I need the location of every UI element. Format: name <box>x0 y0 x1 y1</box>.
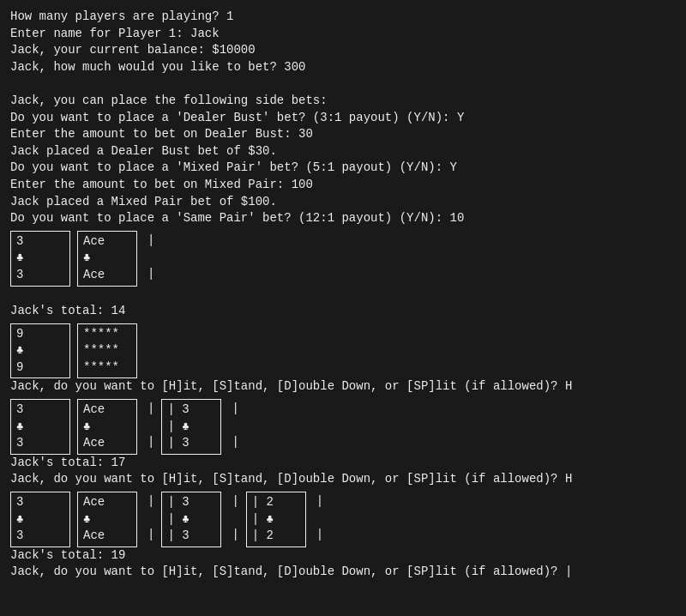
card-ace-s3: Ace ♣ Ace <box>77 399 137 455</box>
total-1 <box>10 287 676 304</box>
card-3-s3: 3 ♣ 3 <box>10 399 70 455</box>
card-section-4: 3 ♣ 3 Ace ♣ Ace | | | 3 | ♣ | 3 | | | 2 … <box>10 492 676 547</box>
card-pipe-s4-3: | | <box>313 492 327 546</box>
total-1-text: Jack's total: 14 <box>10 303 676 320</box>
terminal: How many players are playing? 1 Enter na… <box>10 9 676 581</box>
card-3-s3b: | 3 | ♣ | 3 <box>161 399 221 455</box>
card-ace-first: Ace ♣ Ace <box>77 231 137 287</box>
card-3-s4b: | 3 | ♣ | 3 <box>161 492 221 547</box>
total-3: Jack's total: 17 <box>10 455 676 472</box>
card-pipe-s3-1: | | <box>144 399 158 453</box>
line-blank-1 <box>10 75 676 93</box>
line-10: Enter the amount to bet on Mixed Pair: 1… <box>10 177 676 194</box>
line-5: Jack, you can place the following side b… <box>10 93 676 110</box>
card-hidden: ***** ***** ***** <box>77 323 137 379</box>
card-section-3: 3 ♣ 3 Ace ♣ Ace | | | 3 | ♣ | 3 | | <box>10 399 676 455</box>
line-7: Enter the amount to bet on Dealer Bust: … <box>10 126 676 143</box>
line-1: How many players are playing? 1 <box>10 9 676 26</box>
card-ace-s4: Ace ♣ Ace <box>77 492 137 547</box>
line-9: Do you want to place a 'Mixed Pair' bet?… <box>10 160 676 177</box>
card-3-first: 3 ♣ 3 <box>10 231 70 287</box>
prompt-3: Jack, do you want to [H]it, [S]tand, [D]… <box>10 564 676 581</box>
line-12: Do you want to place a 'Same Pair' bet? … <box>10 210 676 227</box>
prompt-2: Jack, do you want to [H]it, [S]tand, [D]… <box>10 471 676 488</box>
total-4: Jack's total: 19 <box>10 547 676 565</box>
card-2-s4: | 2 | ♣ | 2 <box>246 492 306 547</box>
card-pipe-s4-2: | | <box>228 492 242 546</box>
line-2: Enter name for Player 1: Jack <box>10 26 676 43</box>
card-section-1: 3 ♣ 3 Ace ♣ Ace | | <box>10 231 676 287</box>
card-9: 9 ♣ 9 <box>10 323 70 379</box>
line-6: Do you want to place a 'Dealer Bust' bet… <box>10 110 676 127</box>
card-pipe-1: | | <box>144 231 158 285</box>
card-section-2: 9 ♣ 9 ***** ***** ***** <box>10 323 676 379</box>
card-3-s4: 3 ♣ 3 <box>10 492 70 547</box>
card-pipe-s3-2: | | <box>228 399 242 453</box>
line-8: Jack placed a Dealer Bust bet of $30. <box>10 143 676 160</box>
line-3: Jack, your current balance: $10000 <box>10 42 676 59</box>
card-pipe-s4-1: | | <box>144 492 158 546</box>
prompt-1: Jack, do you want to [H]it, [S]tand, [D]… <box>10 378 676 396</box>
line-11: Jack placed a Mixed Pair bet of $100. <box>10 194 676 211</box>
line-4: Jack, how much would you like to bet? 30… <box>10 59 676 76</box>
